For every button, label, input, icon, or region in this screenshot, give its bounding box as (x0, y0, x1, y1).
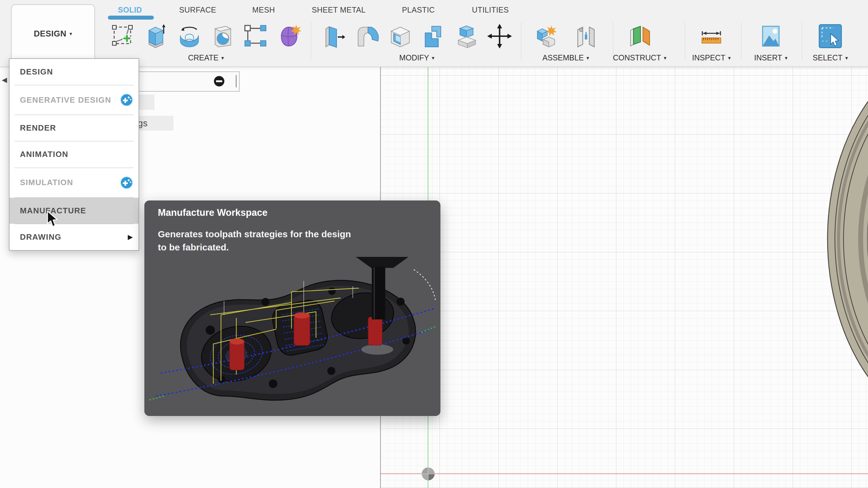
create-sketch-icon[interactable] (109, 22, 137, 50)
menu-item-simulation[interactable]: SIMULATION (9, 168, 138, 197)
workspace-button-label: DESIGN (34, 29, 66, 39)
toolbar-group-construct: CONSTRUCT ▾ (615, 22, 664, 64)
hole-icon[interactable] (209, 22, 237, 50)
tooltip-body-line2: to be fabricated. (158, 242, 229, 252)
split-body-icon[interactable] (453, 22, 480, 50)
group-label-construct[interactable]: CONSTRUCT ▾ (615, 53, 664, 63)
group-label-insert[interactable]: INSERT ▾ (748, 53, 793, 63)
chevron-down-icon: ▾ (221, 55, 224, 61)
menu-item-manufacture[interactable]: MANUFACTURE (9, 198, 138, 224)
group-label-text: CREATE (188, 53, 219, 62)
fillet-icon[interactable] (353, 22, 381, 50)
tooltip-body: Generates toolpath strategies for the de… (158, 227, 351, 254)
tab-label: MESH (252, 5, 275, 14)
group-label-assemble[interactable]: ASSEMBLE ▾ (523, 53, 609, 63)
toolbar-group-insert: INSERT ▾ (748, 22, 793, 64)
joint-icon[interactable] (572, 22, 600, 50)
group-label-modify[interactable]: MODIFY ▾ (315, 53, 519, 63)
chevron-down-icon: ▾ (785, 55, 788, 61)
menu-item-generative-design[interactable]: GENERATIVE DESIGN (9, 85, 138, 115)
tab-label: SOLID (118, 5, 142, 14)
toolbar-divider (311, 22, 311, 61)
menu-item-animation[interactable]: ANIMATION (9, 141, 138, 167)
tab-utilities[interactable]: UTILITIES (463, 4, 518, 16)
group-label-text: INSPECT (692, 53, 725, 62)
new-component-icon[interactable] (531, 22, 560, 50)
insert-image-icon[interactable] (757, 22, 785, 50)
press-pull-icon[interactable] (320, 22, 348, 50)
menu-item-label: RENDER (20, 123, 56, 133)
fusion360-window: ◀ ) gs SOLID SURFACE MESH SHEET METAL PL… (0, 0, 868, 488)
toolbar-group-select: SELECT ▾ (808, 22, 853, 64)
chevron-down-icon: ▾ (664, 55, 666, 61)
rectangular-pattern-icon[interactable] (242, 22, 270, 50)
round-body-edge[interactable] (785, 66, 868, 488)
toolbar-divider (685, 22, 685, 61)
toolbar-group-assemble: ASSEMBLE ▾ (523, 22, 609, 64)
menu-item-label: DRAWING (20, 232, 61, 242)
tab-solid[interactable]: SOLID (108, 4, 151, 16)
menu-item-render[interactable]: RENDER (9, 115, 138, 141)
main-toolbar: SOLID SURFACE MESH SHEET METAL PLASTIC U… (0, 0, 868, 67)
toolbar-divider (741, 22, 741, 61)
origin-marker[interactable] (421, 466, 436, 481)
construct-plane-icon[interactable] (626, 22, 654, 50)
group-label-inspect[interactable]: INSPECT ▾ (689, 53, 734, 63)
group-label-select[interactable]: SELECT ▾ (808, 53, 853, 63)
tab-plastic[interactable]: PLASTIC (395, 4, 441, 16)
toolbar-group-create: CREATE ▾ (102, 22, 310, 64)
cloud-credit-badge-icon (120, 93, 133, 106)
chevron-down-icon: ▾ (728, 55, 731, 61)
measure-icon[interactable] (697, 22, 725, 50)
group-label-text: INSERT (754, 53, 782, 62)
chevron-down-icon: ▾ (587, 55, 589, 61)
chevron-down-icon: ▾ (69, 31, 72, 37)
extrude-icon[interactable] (142, 22, 170, 50)
menu-item-label: SIMULATION (20, 178, 73, 187)
chevron-down-icon: ▾ (845, 55, 848, 61)
active-tab-underline (108, 16, 154, 20)
revolve-icon[interactable] (175, 22, 204, 50)
tab-label: SURFACE (179, 5, 216, 14)
group-label-text: MODIFY (399, 53, 429, 62)
tab-label: UTILITIES (472, 5, 509, 14)
workspace-menu: DESIGN GENERATIVE DESIGN RENDER ANIMATIO… (9, 58, 139, 251)
create-form-icon[interactable] (275, 22, 303, 50)
toolbar-divider (521, 22, 521, 61)
cloud-credit-badge-icon (120, 176, 133, 189)
minus-circle-icon[interactable] (214, 76, 224, 86)
browser-collapse-icon[interactable]: ◀ (2, 76, 7, 84)
menu-item-label: ANIMATION (20, 150, 68, 159)
select-icon[interactable] (816, 22, 844, 50)
menu-item-design[interactable]: DESIGN (9, 59, 138, 85)
combine-icon[interactable] (419, 22, 447, 50)
tooltip-body-line1: Generates toolpath strategies for the de… (158, 229, 351, 239)
chevron-down-icon: ▾ (432, 55, 435, 61)
browser-divider (236, 75, 237, 87)
manufacture-tooltip: Manufacture Workspace Generates toolpath… (144, 201, 440, 416)
menu-item-label: GENERATIVE DESIGN (20, 95, 111, 105)
tab-label: PLASTIC (402, 5, 435, 14)
toolbar-group-inspect: INSPECT ▾ (689, 22, 734, 64)
group-label-text: SELECT (813, 53, 843, 62)
shell-icon[interactable] (386, 22, 414, 50)
menu-item-label: DESIGN (20, 67, 53, 77)
tab-mesh[interactable]: MESH (242, 4, 285, 16)
browser-fragment-text: gs (138, 118, 148, 128)
manufacture-preview-image (144, 252, 440, 416)
move-copy-icon[interactable] (486, 22, 514, 50)
group-label-text: CONSTRUCT (613, 53, 661, 62)
workspace-switcher-button[interactable]: DESIGN ▾ (11, 4, 95, 63)
menu-item-label: MANUFACTURE (20, 206, 86, 215)
toolbar-group-modify: MODIFY ▾ (315, 22, 519, 64)
submenu-arrow-icon: ▶ (128, 233, 133, 241)
menu-item-drawing[interactable]: DRAWING ▶ (9, 224, 138, 250)
group-label-text: ASSEMBLE (542, 53, 584, 62)
tab-surface[interactable]: SURFACE (172, 4, 224, 16)
tab-sheet-metal[interactable]: SHEET METAL (300, 4, 377, 16)
tooltip-title: Manufacture Workspace (158, 207, 268, 218)
tab-label: SHEET METAL (312, 5, 366, 14)
